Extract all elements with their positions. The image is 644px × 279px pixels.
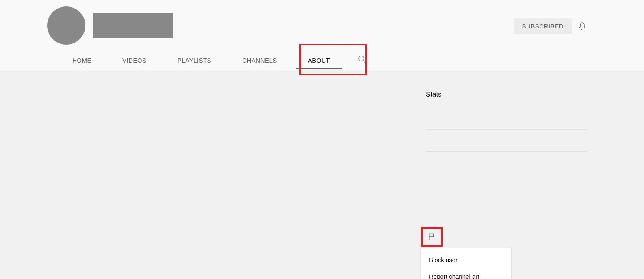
flag-dropdown-menu: Block user Report channel art Report pro… <box>421 248 511 279</box>
channel-tabs: HOME VIDEOS PLAYLISTS CHANNELS ABOUT <box>57 50 366 70</box>
stats-divider <box>426 107 587 107</box>
search-icon[interactable] <box>358 55 366 65</box>
svg-point-0 <box>359 56 364 61</box>
svg-line-1 <box>363 61 366 63</box>
channel-avatar[interactable] <box>47 6 85 45</box>
bell-icon[interactable] <box>577 22 587 31</box>
tab-channels[interactable]: CHANNELS <box>227 50 293 70</box>
menu-item-report-channel-art[interactable]: Report channel art <box>421 268 511 279</box>
channel-name-placeholder <box>93 13 173 38</box>
stats-divider <box>426 151 587 152</box>
stats-divider <box>426 129 587 130</box>
subscribed-button[interactable]: SUBSCRIBED <box>514 18 572 34</box>
tab-videos[interactable]: VIDEOS <box>107 50 162 70</box>
header-actions: SUBSCRIBED <box>514 18 587 34</box>
channel-header: SUBSCRIBED HOME VIDEOS PLAYLISTS CHANNEL… <box>0 0 644 70</box>
stats-title: Stats <box>426 91 587 99</box>
stats-panel: Stats <box>426 91 587 174</box>
content-area: Stats Block user Report channel art Repo… <box>0 70 644 279</box>
tab-about[interactable]: ABOUT <box>293 50 345 70</box>
tab-home[interactable]: HOME <box>57 50 107 70</box>
tab-playlists[interactable]: PLAYLISTS <box>162 50 227 70</box>
flag-icon[interactable] <box>421 227 443 247</box>
menu-item-block-user[interactable]: Block user <box>421 251 511 268</box>
